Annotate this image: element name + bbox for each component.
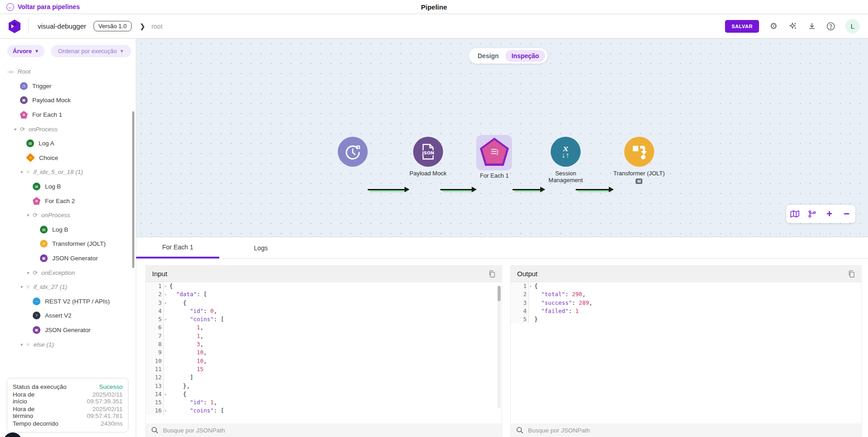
tree-node-rest-v2-http-apis-[interactable]: ⋯REST V2 (HTTP / APIs) [0,294,136,309]
line-number[interactable]: 11 [146,365,164,373]
tree-view-dropdown[interactable]: Árvore ▼ [7,45,44,57]
output-json-viewer[interactable]: 1▾{2 "total": 290,3 "success": 289,4 "fa… [511,282,861,423]
user-avatar[interactable]: L [845,19,860,34]
tree-node-json-generator[interactable]: ▣JSON Generator [0,251,136,266]
trigger-icon: ◷ [20,82,28,90]
line-number[interactable]: 5 [511,315,529,323]
line-number[interactable]: 12 [146,373,164,382]
line-number[interactable]: 15 [146,398,164,407]
line-number[interactable]: 7 [146,332,164,340]
version-badge[interactable]: Versão 1.0 [94,21,132,31]
line-number[interactable]: 2 [511,290,529,298]
line-number[interactable]: 16▾ [146,407,164,415]
tree-node-for-each-2[interactable]: ≣For Each 2 [0,194,136,208]
line-number[interactable]: 6 [146,323,164,332]
collapse-chevron-icon[interactable]: ▾ [18,284,25,289]
line-number[interactable]: 3 [511,299,529,307]
tree-node-for-each-1[interactable]: ≣For Each 1 [0,108,136,122]
collapse-chevron-icon[interactable]: ▾ [12,127,18,132]
elapsed-value: 2430ms [101,420,123,427]
fold-chevron-icon[interactable]: ▾ [164,283,167,291]
collapse-chevron-icon[interactable]: ▾ [25,213,31,218]
fold-chevron-icon[interactable]: ▾ [164,291,167,299]
tab-for-each-1[interactable]: For Each 1 [136,237,219,258]
back-to-pipelines-link[interactable]: ← Voltar para pipelines [6,3,80,11]
save-button[interactable]: SALVAR [725,20,759,33]
fold-chevron-icon[interactable]: ▾ [164,316,167,324]
line-number[interactable]: 14▾ [146,390,164,398]
output-jsonpath-search[interactable] [528,427,856,434]
code-text: "coins": [ [164,407,224,415]
tree-node-json-generator[interactable]: ▣JSON Generator [0,323,136,338]
line-number[interactable]: 4 [146,307,164,315]
fold-chevron-icon[interactable]: ▾ [164,299,167,308]
zoom-out-icon[interactable]: − [840,208,853,220]
node-trigger[interactable]: n [338,137,368,170]
tab-inspecao[interactable]: Inspeção [505,50,546,62]
tree-node-trigger[interactable]: ◷Trigger [0,79,136,94]
node-session-management[interactable]: x ↓↑ Session Management [545,137,586,184]
line-number[interactable]: 9 [146,348,164,357]
inspection-panel: For Each 1 Logs Input 1▾{2▾ "data": [3▾ … [136,237,868,437]
end-time-label: Hora de término [13,406,52,419]
sort-by-execution-dropdown[interactable]: Ordenar por execução ▼ [51,45,131,57]
settings-gear-icon[interactable]: ⚙ [769,22,778,31]
line-number[interactable]: 5▾ [146,315,164,323]
tree-node-log-b[interactable]: ▤Log B [0,223,136,237]
collapse-chevron-icon[interactable]: ▾ [25,270,31,275]
branch-view-icon[interactable] [806,210,819,218]
line-number[interactable]: 1▾ [146,282,164,290]
line-number[interactable]: 13 [146,382,164,390]
tree-node-assert-v2[interactable]: ?Assert V2 [0,308,136,323]
code-line: 10 10, [146,357,502,365]
tree-node-choice[interactable]: ≺Choice [0,151,136,165]
help-icon[interactable] [826,22,835,31]
fold-chevron-icon[interactable]: ▾ [164,407,167,415]
pipeline-canvas[interactable]: Design Inspeção n [136,39,868,237]
node-for-each-1[interactable]: ☰} For Each 1 [480,138,509,179]
download-icon[interactable] [807,22,816,31]
tree-section-if-idx-27-1-[interactable]: ▾⑂if_idx_27 (1) [0,280,136,294]
tree-node-payload-mock[interactable]: ▣Payload Mock [0,93,136,108]
zoom-in-icon[interactable]: + [823,208,836,220]
trigger-clock-icon: n [338,137,368,167]
tree-node-log-a[interactable]: ▤Log A [0,136,136,151]
input-scrollbar[interactable] [498,286,501,408]
line-number[interactable]: 3▾ [146,299,164,307]
floating-help-button[interactable] [4,432,22,437]
copy-icon[interactable] [488,270,496,278]
copy-icon[interactable] [848,270,856,278]
collapse-chevron-icon[interactable]: ▾ [18,169,25,174]
tree-section-else-1-[interactable]: ▾⑂else (1) [0,337,136,352]
input-json-editor[interactable]: 1▾{2▾ "data": [3▾ {4 "id": 0,5▾ "coins":… [146,282,502,423]
tab-design[interactable]: Design [471,50,505,62]
minimap-icon[interactable] [789,210,801,218]
tree-node-log-b[interactable]: ▤Log B [0,179,136,194]
node-transformer-jolt[interactable]: Transformer (JOLT) M [613,137,665,184]
sidebar-scrollbar[interactable] [132,111,134,268]
line-number[interactable]: 4 [511,307,529,315]
tree-section-if-idx-5-or-18-1-[interactable]: ▾⑂if_idx_5_or_18 (1) [0,165,136,179]
fold-chevron-icon[interactable]: ▾ [164,391,167,399]
tree-section-onexception[interactable]: ▾⟳onException [0,265,136,280]
elapsed-label: Tempo decorrido [13,420,59,427]
input-jsonpath-search[interactable] [163,427,496,434]
tree-section-root[interactable]: ─o─Root [0,65,136,79]
line-number[interactable]: 10 [146,357,164,365]
tree-section-onprocess[interactable]: ▾⟳onProcess [0,208,136,223]
line-number[interactable]: 2▾ [146,290,164,298]
node-payload-mock[interactable]: JSON Payload Mock [409,137,447,177]
ai-sparkles-icon[interactable] [788,22,797,31]
tree-item-label: onProcess [41,212,70,218]
collapse-chevron-icon[interactable]: ▾ [18,342,25,347]
fold-chevron-icon[interactable]: ▾ [529,283,532,291]
line-number[interactable]: 1▾ [511,282,529,290]
tree-section-onprocess[interactable]: ▾⟳onProcess [0,122,136,136]
line-number[interactable]: 8 [146,340,164,348]
code-line: 3 "success": 289, [511,299,861,307]
root-icon: ─o─ [7,70,14,74]
tree-node-transformer-jolt-[interactable]: ⇗Transformer (JOLT) [0,237,136,251]
breadcrumb: root [152,23,163,30]
tab-logs[interactable]: Logs [219,237,302,258]
start-time-label: Hora de início [13,391,50,405]
